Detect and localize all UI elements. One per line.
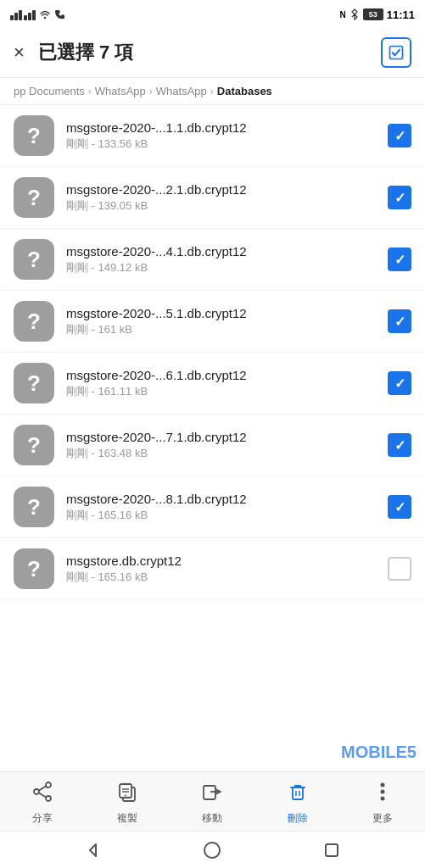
more-button[interactable]: 更多 <box>357 781 408 826</box>
delete-label: 刪除 <box>288 811 308 826</box>
breadcrumb: pp Documents › WhatsApp › WhatsApp › Dat… <box>0 78 425 105</box>
file-name: msgstore-2020-...1.1.db.crypt12 <box>66 120 376 135</box>
file-icon: ? <box>14 115 54 156</box>
file-info: msgstore-2020-...2.1.db.crypt12 剛剛 - 139… <box>66 182 376 214</box>
status-right: N 53 11:11 <box>340 8 415 21</box>
file-icon-symbol: ? <box>27 494 41 520</box>
file-info: msgstore-2020-...7.1.db.crypt12 剛剛 - 163… <box>66 430 376 461</box>
breadcrumb-sep-2: › <box>149 86 153 97</box>
file-checkbox[interactable] <box>388 124 411 147</box>
file-icon-symbol: ? <box>27 556 41 582</box>
list-item[interactable]: ? msgstore.db.crypt12 剛剛 - 165.16 kB <box>0 538 425 600</box>
battery-indicator: 53 <box>363 8 383 20</box>
move-label: 移動 <box>202 811 222 826</box>
svg-line-12 <box>39 793 46 798</box>
file-icon: ? <box>14 177 54 218</box>
home-button[interactable] <box>203 841 221 860</box>
file-info: msgstore-2020-...4.1.db.crypt12 剛剛 - 149… <box>66 244 376 275</box>
list-item[interactable]: ? msgstore-2020-...4.1.db.crypt12 剛剛 - 1… <box>0 229 425 291</box>
file-icon-symbol: ? <box>27 185 41 211</box>
list-item[interactable]: ? msgstore-2020-...2.1.db.crypt12 剛剛 - 1… <box>0 167 425 229</box>
header-left: × 已選擇 7 項 <box>14 40 133 65</box>
file-checkbox[interactable] <box>388 186 411 209</box>
breadcrumb-item-3[interactable]: WhatsApp <box>156 85 207 97</box>
file-checkbox[interactable] <box>388 495 411 519</box>
delete-icon <box>287 781 309 808</box>
svg-point-9 <box>34 789 39 794</box>
share-label: 分享 <box>32 811 53 826</box>
select-all-button[interactable] <box>381 37 411 68</box>
file-icon-symbol: ? <box>27 432 41 459</box>
move-button[interactable]: 移動 <box>187 781 238 826</box>
file-list: ? msgstore-2020-...1.1.db.crypt12 剛剛 - 1… <box>0 105 425 771</box>
svg-marker-26 <box>90 844 96 856</box>
list-item[interactable]: ? msgstore-2020-...1.1.db.crypt12 剛剛 - 1… <box>0 105 425 167</box>
file-meta: 剛剛 - 139.05 kB <box>66 198 376 214</box>
recent-button[interactable] <box>322 841 341 860</box>
file-icon: ? <box>14 363 54 403</box>
file-meta: 剛剛 - 165.16 kB <box>66 508 376 523</box>
wifi-icon <box>39 8 51 20</box>
nav-bar <box>0 831 425 868</box>
file-info: msgstore.db.crypt12 剛剛 - 165.16 kB <box>66 554 376 585</box>
svg-rect-2 <box>19 10 22 20</box>
status-left <box>10 8 66 20</box>
status-bar: N 53 11:11 <box>0 0 425 27</box>
breadcrumb-item-2[interactable]: WhatsApp <box>95 85 146 97</box>
more-label: 更多 <box>372 811 393 826</box>
copy-icon: + <box>116 781 138 808</box>
file-name: msgstore-2020-...4.1.db.crypt12 <box>66 244 376 259</box>
select-all-icon <box>388 44 405 61</box>
svg-rect-4 <box>28 13 31 20</box>
delete-button[interactable]: 刪除 <box>272 781 323 826</box>
file-checkbox[interactable] <box>388 371 411 395</box>
file-name: msgstore.db.crypt12 <box>66 554 376 568</box>
share-button[interactable]: 分享 <box>17 781 68 826</box>
list-item[interactable]: ? msgstore-2020-...7.1.db.crypt12 剛剛 - 1… <box>0 415 425 476</box>
svg-rect-1 <box>14 13 18 20</box>
file-name: msgstore-2020-...7.1.db.crypt12 <box>66 430 376 444</box>
file-icon: ? <box>14 425 54 465</box>
file-icon: ? <box>14 301 54 342</box>
svg-rect-20 <box>293 787 303 799</box>
file-icon: ? <box>14 487 54 527</box>
header-title: 已選擇 7 項 <box>38 40 133 65</box>
clock: 11:11 <box>387 8 415 21</box>
svg-rect-3 <box>24 15 27 20</box>
file-icon-symbol: ? <box>27 123 41 149</box>
file-icon: ? <box>14 548 54 589</box>
bottom-toolbar: 分享 + 複製 移動 <box>0 771 425 831</box>
file-meta: 剛剛 - 133.56 kB <box>66 136 376 152</box>
file-name: msgstore-2020-...2.1.db.crypt12 <box>66 182 376 197</box>
signal-icon <box>10 8 36 20</box>
svg-text:+: + <box>124 793 127 798</box>
breadcrumb-item-1[interactable]: pp Documents <box>14 85 85 97</box>
move-icon <box>201 781 223 808</box>
file-checkbox[interactable] <box>388 433 411 457</box>
close-button[interactable]: × <box>14 42 25 64</box>
file-name: msgstore-2020-...5.1.db.crypt12 <box>66 306 376 320</box>
file-checkbox[interactable] <box>388 248 411 271</box>
list-item[interactable]: ? msgstore-2020-...8.1.db.crypt12 剛剛 - 1… <box>0 476 425 538</box>
list-item[interactable]: ? msgstore-2020-...5.1.db.crypt12 剛剛 - 1… <box>0 291 425 353</box>
file-info: msgstore-2020-...6.1.db.crypt12 剛剛 - 161… <box>66 368 376 399</box>
copy-button[interactable]: + 複製 <box>102 781 153 826</box>
list-item[interactable]: ? msgstore-2020-...6.1.db.crypt12 剛剛 - 1… <box>0 353 425 415</box>
back-button[interactable] <box>84 841 103 860</box>
svg-rect-18 <box>204 786 215 799</box>
svg-point-10 <box>46 796 51 801</box>
file-checkbox[interactable] <box>388 557 411 581</box>
file-meta: 剛剛 - 165.16 kB <box>66 570 376 585</box>
file-checkbox[interactable] <box>388 309 411 333</box>
svg-rect-0 <box>10 15 14 20</box>
battery-level: 53 <box>369 10 377 19</box>
file-meta: 剛剛 - 161.11 kB <box>66 384 376 399</box>
svg-point-24 <box>380 790 384 794</box>
file-meta: 剛剛 - 149.12 kB <box>66 260 376 275</box>
file-icon: ? <box>14 239 54 280</box>
share-icon <box>31 781 53 808</box>
breadcrumb-sep-1: › <box>88 86 92 97</box>
svg-point-23 <box>380 783 384 787</box>
bluetooth-icon <box>350 8 360 20</box>
phone-icon <box>54 8 66 20</box>
